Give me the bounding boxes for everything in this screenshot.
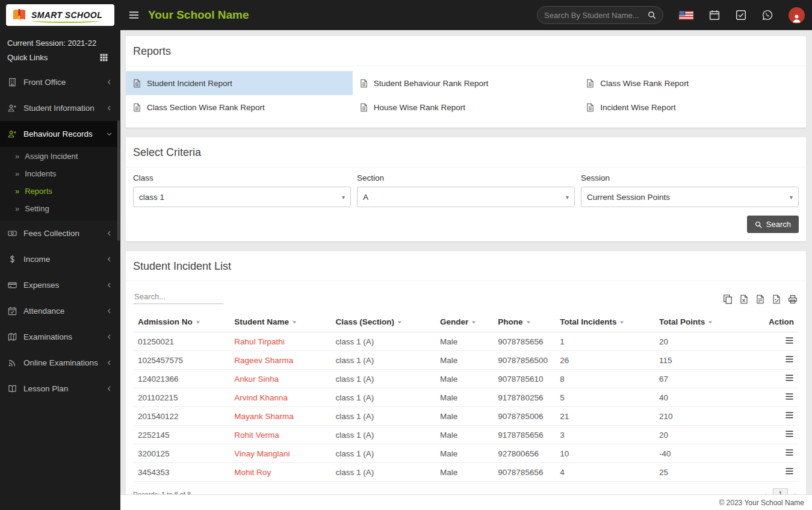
- report-links: Student Incident ReportStudent Behaviour…: [126, 66, 806, 128]
- sidebar-item-examinations[interactable]: Examinations: [0, 324, 120, 350]
- sidebar-subitem-label: Incidents: [25, 169, 56, 178]
- row-action-menu-icon[interactable]: [785, 467, 794, 475]
- cell-gender: Male: [435, 407, 493, 426]
- sidebar-subitem-assign-incident[interactable]: »Assign Incident: [0, 148, 120, 165]
- user-avatar[interactable]: [789, 7, 805, 23]
- sidebar-item-lesson-plan[interactable]: Lesson Plan: [0, 376, 120, 402]
- cell-total-incidents: 26: [555, 351, 654, 370]
- export-toolbar: [723, 294, 799, 304]
- column-header-action[interactable]: Action: [750, 311, 799, 332]
- student-name-link[interactable]: Mohit Roy: [234, 468, 271, 477]
- column-header-student-name[interactable]: Student Name: [229, 311, 330, 332]
- cell-action: [750, 351, 799, 370]
- class-select-wrap: class 1: [133, 187, 351, 207]
- sidebar-subitem-incidents[interactable]: »Incidents: [0, 165, 120, 182]
- pagination-next[interactable]: ›: [792, 490, 799, 495]
- cell-phone: 9078785610: [493, 370, 555, 388]
- sidebar-item-label: Front Office: [23, 78, 99, 87]
- session-select[interactable]: Current Session Points: [581, 187, 799, 207]
- student-name-link[interactable]: Rahul Tirpathi: [234, 337, 284, 346]
- student-name-link[interactable]: Mayank Sharma: [234, 412, 293, 421]
- main-content: Reports Student Incident ReportStudent B…: [120, 30, 812, 494]
- sidebar-item-fees-collection[interactable]: Fees Collection: [0, 220, 120, 246]
- book-logo-icon: [12, 8, 26, 22]
- row-action-menu-icon[interactable]: [785, 337, 794, 344]
- sidebar-item-expenses[interactable]: Expenses: [0, 272, 120, 298]
- cell-total-incidents: 8: [555, 370, 654, 388]
- report-link-class-section-wise-rank-report[interactable]: Class Section Wise Rank Report: [126, 95, 353, 119]
- book-icon: [8, 384, 17, 393]
- brand-logo[interactable]: SMART SCHOOL: [0, 0, 120, 30]
- sidebar-item-behaviour-records[interactable]: Behaviour Records: [0, 121, 120, 147]
- sidebar-item-online-examinations[interactable]: Online Examinations: [0, 350, 120, 376]
- incident-list-title: Student Incident List: [126, 251, 806, 281]
- report-link-house-wise-rank-report[interactable]: House Wise Rank Report: [353, 95, 580, 119]
- pagination-page-1[interactable]: 1: [773, 488, 788, 494]
- angles-right-icon: »: [15, 187, 19, 195]
- print-icon[interactable]: [788, 294, 798, 304]
- row-action-menu-icon[interactable]: [785, 430, 794, 438]
- us-flag-icon[interactable]: [679, 11, 693, 20]
- sort-icon: [708, 320, 713, 325]
- whatsapp-icon[interactable]: [762, 10, 773, 20]
- row-action-menu-icon[interactable]: [785, 411, 794, 419]
- tasks-icon[interactable]: [736, 10, 746, 20]
- sidebar-subitem-setting[interactable]: »Setting: [0, 200, 120, 217]
- sort-icon: [397, 320, 402, 325]
- sidebar-item-attendance[interactable]: Attendance: [0, 298, 120, 324]
- copy-icon[interactable]: [723, 294, 733, 304]
- row-action-menu-icon[interactable]: [785, 449, 794, 456]
- section-select[interactable]: A: [357, 187, 575, 207]
- app-window: SMART SCHOOL Your School Name Current Se…: [0, 0, 812, 510]
- quick-links-grid-icon[interactable]: [99, 53, 108, 62]
- section-select-wrap: A: [357, 187, 575, 207]
- search-icon[interactable]: [648, 11, 656, 19]
- excel-icon[interactable]: [739, 294, 749, 304]
- table-search-input[interactable]: [133, 290, 223, 304]
- cell-student-name: Rageev Sharma: [229, 351, 330, 370]
- chevron-left-icon: [106, 256, 113, 263]
- cell-class-section: class 1 (A): [330, 332, 435, 351]
- sidebar-scrollbar[interactable]: [117, 120, 120, 241]
- report-link-class-wise-rank-report[interactable]: Class Wise Rank Report: [579, 71, 806, 95]
- cell-total-incidents: 4: [555, 463, 654, 482]
- column-header-total-incidents[interactable]: Total Incidents: [555, 311, 654, 332]
- column-header-total-points[interactable]: Total Points: [654, 311, 750, 332]
- sidebar-item-front-office[interactable]: Front Office: [0, 69, 120, 95]
- row-action-menu-icon[interactable]: [785, 355, 794, 363]
- report-link-incident-wise-report[interactable]: Incident Wise Report: [579, 95, 806, 119]
- row-action-menu-icon[interactable]: [785, 393, 794, 400]
- csv-icon[interactable]: [755, 294, 765, 304]
- menu-toggle-icon[interactable]: [129, 11, 139, 19]
- pagination-prev[interactable]: ‹: [762, 490, 769, 495]
- student-name-link[interactable]: Rageev Sharma: [234, 356, 293, 365]
- student-name-link[interactable]: Ankur Sinha: [234, 375, 279, 384]
- criteria-actions: Search: [133, 216, 799, 233]
- student-name-link[interactable]: Rohit Verma: [234, 431, 279, 440]
- column-header-phone[interactable]: Phone: [493, 311, 555, 332]
- search-button-label: Search: [766, 220, 791, 229]
- sidebar-item-income[interactable]: Income: [0, 246, 120, 272]
- report-link-student-behaviour-rank-report[interactable]: Student Behaviour Rank Report: [353, 71, 580, 95]
- column-header-admission-no[interactable]: Admission No: [133, 311, 229, 332]
- sidebar-subitem-label: Setting: [25, 204, 49, 213]
- student-name-link[interactable]: Arvind Khanna: [234, 393, 288, 402]
- report-link-label: Class Wise Rank Report: [600, 79, 689, 88]
- student-name-link[interactable]: Vinay Manglani: [234, 449, 290, 458]
- chevron-left-icon: [106, 334, 113, 340]
- pdf-icon[interactable]: [772, 294, 781, 304]
- class-select[interactable]: class 1: [133, 187, 351, 207]
- calendar-icon[interactable]: [709, 10, 720, 20]
- sidebar-item-student-information[interactable]: Student Information: [0, 95, 120, 121]
- sidebar-subitem-reports[interactable]: »Reports: [0, 182, 120, 200]
- row-action-menu-icon[interactable]: [785, 374, 794, 382]
- table-row: 3200125Vinay Manglaniclass 1 (A)Male9278…: [133, 444, 799, 463]
- field-label: Session: [581, 173, 799, 182]
- report-link-student-incident-report[interactable]: Student Incident Report: [126, 71, 353, 95]
- column-header-class-section[interactable]: Class (Section): [330, 311, 435, 332]
- file-icon: [586, 103, 594, 112]
- column-header-gender[interactable]: Gender: [435, 311, 493, 332]
- search-button[interactable]: Search: [747, 216, 799, 233]
- cell-student-name: Mayank Sharma: [229, 407, 330, 426]
- student-search-input[interactable]: [544, 11, 644, 20]
